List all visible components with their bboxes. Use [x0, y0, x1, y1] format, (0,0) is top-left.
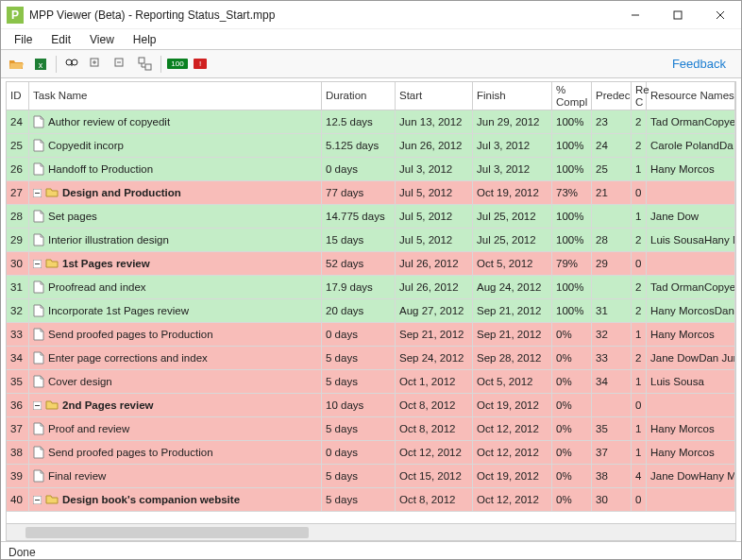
minimize-button[interactable]	[614, 1, 656, 28]
cell-duration: 5 days	[322, 417, 396, 440]
menu-file[interactable]: File	[7, 31, 40, 48]
table-row[interactable]: 31 Proofread and index17.9 daysJul 26, 2…	[7, 276, 735, 299]
cell-task: Handoff to Production	[29, 158, 322, 180]
highlight-complete-button[interactable]: 100	[167, 55, 188, 74]
cell-task: Cover design	[29, 370, 322, 393]
page-icon	[33, 280, 44, 294]
cell-id: 35	[7, 370, 29, 393]
table-row[interactable]: 40 Design book's companion website5 days…	[7, 488, 735, 512]
cell-res: Luis Sousa	[647, 370, 735, 393]
cell-id: 40	[7, 488, 29, 511]
collapse-icon[interactable]	[33, 260, 42, 268]
cell-res: Carole PolandDa	[647, 134, 735, 157]
col-res[interactable]: Resource Names	[647, 82, 735, 110]
task-name: Proofread and index	[48, 281, 146, 293]
table-row[interactable]: 37 Proof and review5 daysOct 8, 2012Oct …	[7, 417, 735, 441]
collapse-all-icon[interactable]	[111, 55, 130, 74]
cell-finish: Jun 29, 2012	[473, 110, 552, 133]
cell-finish: Jul 3, 2012	[473, 134, 552, 157]
svg-point-7	[72, 59, 77, 65]
cell-pred	[592, 205, 632, 228]
horizontal-scrollbar[interactable]	[7, 523, 735, 540]
cell-res: Hany MorcosDan	[647, 299, 735, 322]
cell-pct: 100%	[552, 276, 592, 298]
collapse-icon[interactable]	[33, 189, 42, 197]
title-bar: P MPP Viewer (Beta) - Reporting Status_S…	[1, 1, 741, 29]
task-name: Enter page corrections and index	[48, 352, 208, 364]
task-name: Copyedit incorp	[48, 140, 124, 151]
page-icon	[33, 139, 44, 152]
cell-start: Oct 8, 2012	[396, 488, 473, 511]
page-icon	[33, 422, 44, 435]
table-row[interactable]: 30 1st Pages review52 daysJul 26, 2012Oc…	[7, 252, 735, 276]
cell-rc: 1	[632, 205, 647, 228]
task-name: 1st Pages review	[62, 258, 150, 269]
table-row[interactable]: 26 Handoff to Production0 daysJul 3, 201…	[7, 158, 735, 181]
table-row[interactable]: 35 Cover design5 daysOct 1, 2012Oct 5, 2…	[7, 370, 735, 394]
collapse-icon[interactable]	[33, 401, 42, 410]
task-name: Set pages	[48, 211, 97, 222]
cell-pred: 28	[592, 229, 632, 251]
export-excel-icon[interactable]: x	[31, 55, 50, 74]
col-start[interactable]: Start	[396, 82, 473, 110]
table-row[interactable]: 32 Incorporate 1st Pages review20 daysAu…	[7, 299, 735, 323]
table-row[interactable]: 28 Set pages14.775 daysJul 5, 2012Jul 25…	[7, 205, 735, 229]
outline-icon[interactable]	[136, 55, 155, 74]
collapse-icon[interactable]	[33, 496, 42, 504]
col-duration[interactable]: Duration	[322, 82, 396, 110]
cell-start: Oct 8, 2012	[396, 394, 473, 416]
menu-view[interactable]: View	[82, 31, 122, 48]
cell-rc: 4	[632, 465, 647, 487]
folder-icon	[45, 187, 59, 198]
cell-duration: 5 days	[322, 488, 396, 511]
cell-id: 33	[7, 323, 29, 346]
cell-rc: 2	[632, 110, 647, 133]
table-row[interactable]: 34 Enter page corrections and index5 day…	[7, 347, 735, 370]
cell-id: 38	[7, 441, 29, 464]
cell-pct: 0%	[552, 394, 592, 416]
col-pct[interactable]: % Compl	[552, 82, 592, 110]
cell-pct: 0%	[552, 488, 592, 511]
cell-start: Oct 12, 2012	[396, 441, 473, 464]
cell-task: Send proofed pages to Production	[29, 441, 322, 464]
cell-pred: 34	[592, 370, 632, 393]
cell-pred	[592, 276, 632, 298]
svg-text:x: x	[39, 60, 43, 70]
cell-res	[647, 488, 735, 511]
table-row[interactable]: 33 Send proofed pages to Production0 day…	[7, 323, 735, 347]
cell-id: 34	[7, 347, 29, 369]
cell-res: Jane DowHany Mo	[647, 465, 735, 487]
expand-all-icon[interactable]	[87, 55, 106, 74]
table-row[interactable]: 29 Interior illustration design15 daysJu…	[7, 229, 735, 252]
grid-rows[interactable]: 24 Author review of copyedit12.5 daysJun…	[7, 110, 735, 523]
page-icon	[33, 115, 44, 128]
feedback-link[interactable]: Feedback	[672, 57, 726, 71]
col-pred[interactable]: Predec	[592, 82, 632, 110]
maximize-button[interactable]	[656, 1, 699, 28]
cell-rc: 0	[632, 252, 647, 275]
table-row[interactable]: 27 Design and Production77 daysJul 5, 20…	[7, 181, 735, 205]
table-row[interactable]: 25 Copyedit incorp5.125 daysJun 26, 2012…	[7, 134, 735, 158]
col-finish[interactable]: Finish	[473, 82, 552, 110]
highlight-late-button[interactable]: !	[194, 55, 207, 74]
table-row[interactable]: 24 Author review of copyedit12.5 daysJun…	[7, 110, 735, 134]
cell-id: 28	[7, 205, 29, 228]
find-icon[interactable]	[62, 55, 81, 74]
task-name: Incorporate 1st Pages review	[48, 305, 189, 316]
cell-task: Design book's companion website	[29, 488, 322, 511]
col-id[interactable]: ID	[7, 82, 29, 110]
col-rc[interactable]: Re C	[632, 82, 647, 110]
cell-res: Hany Morcos	[647, 417, 735, 440]
open-icon[interactable]	[7, 55, 25, 74]
menu-help[interactable]: Help	[126, 31, 164, 48]
table-row[interactable]: 36 2nd Pages review10 daysOct 8, 2012Oct…	[7, 394, 735, 417]
col-task[interactable]: Task Name	[29, 82, 322, 110]
cell-pct: 0%	[552, 417, 592, 440]
table-row[interactable]: 38 Send proofed pages to Production0 day…	[7, 441, 735, 465]
cell-duration: 77 days	[322, 181, 396, 204]
task-name: Cover design	[48, 376, 112, 387]
table-row[interactable]: 39 Final review5 daysOct 15, 2012Oct 19,…	[7, 465, 735, 488]
close-button[interactable]	[699, 1, 741, 28]
menu-edit[interactable]: Edit	[43, 31, 78, 48]
cell-finish: Oct 19, 2012	[473, 181, 552, 204]
